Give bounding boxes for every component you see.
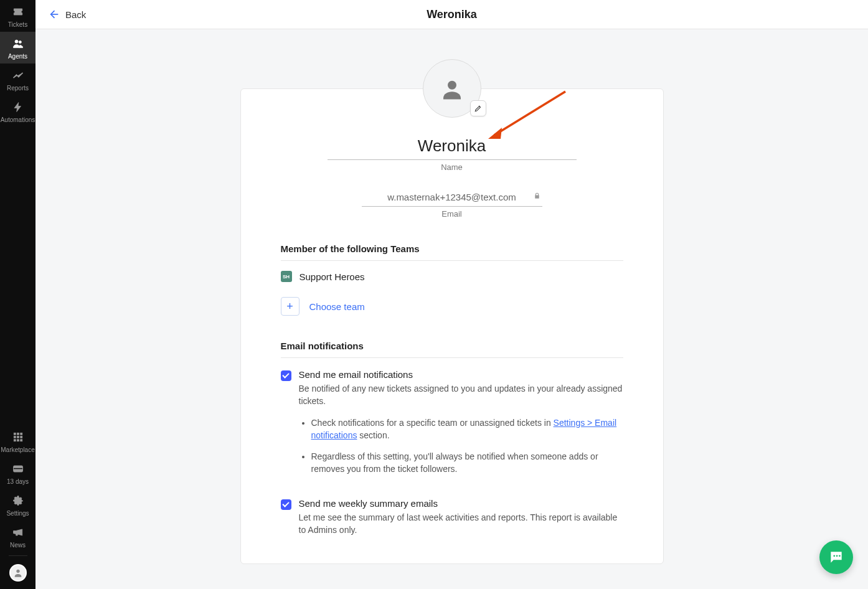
reports-icon: [11, 68, 25, 82]
checkbox-email-notifications[interactable]: [281, 370, 291, 381]
sidebar-label: 13 days: [7, 478, 29, 485]
main-column: Back Weronika: [35, 0, 868, 589]
teams-section: Member of the following Teams SH Support…: [281, 243, 623, 316]
notifications-section: Email notifications Send me email notifi…: [281, 341, 623, 539]
profile-card: Name w.masternak+12345@text.com Email Me…: [240, 88, 664, 564]
sidebar-label: Marketplace: [1, 446, 34, 453]
add-team-button[interactable]: +: [281, 297, 300, 316]
svg-rect-2: [14, 433, 16, 435]
svg-rect-3: [17, 433, 19, 435]
bullet-text: section.: [357, 430, 389, 440]
notification-item: Send me weekly summary emails Let me see…: [281, 487, 623, 539]
notification-desc: Let me see the summary of last week acti…: [299, 511, 623, 537]
chat-fab-button[interactable]: [819, 540, 853, 574]
sidebar-item-news[interactable]: News: [0, 521, 35, 552]
svg-point-20: [839, 555, 841, 557]
sidebar-top: Tickets Agents Reports Automations: [0, 0, 35, 127]
grid-icon: [11, 430, 25, 444]
sidebar-label: Reports: [7, 85, 29, 92]
sidebar-item-agents[interactable]: Agents: [0, 32, 35, 64]
agents-icon: [11, 37, 25, 50]
sidebar-item-automations[interactable]: Automations: [0, 95, 35, 127]
sidebar-label: News: [10, 542, 26, 549]
avatar-edit-button[interactable]: [470, 100, 486, 116]
avatar-wrap: [423, 59, 481, 118]
sidebar-item-marketplace[interactable]: Marketplace: [0, 425, 35, 457]
email-value: w.masternak+12345@text.com: [387, 192, 516, 202]
content-scroll[interactable]: Name w.masternak+12345@text.com Email Me…: [35, 29, 868, 589]
svg-rect-10: [20, 440, 22, 441]
page-title: Weronika: [427, 8, 477, 21]
notification-title: Send me email notifications: [299, 369, 623, 380]
svg-point-15: [448, 81, 456, 90]
choose-team-link[interactable]: Choose team: [309, 301, 365, 312]
name-input[interactable]: [328, 134, 577, 160]
sidebar-label: Agents: [8, 53, 27, 60]
notification-bullets: Check notifications for a specific team …: [299, 417, 623, 476]
sidebar-profile-avatar[interactable]: [9, 564, 27, 582]
sidebar-item-settings[interactable]: Settings: [0, 489, 35, 521]
notification-body: Send me email notifications Be notified …: [299, 369, 623, 484]
sidebar-label: Tickets: [8, 21, 27, 28]
bolt-icon: [11, 100, 25, 114]
notification-desc: Be notified of any new tickets assigned …: [299, 382, 623, 408]
notification-bullet: Regardless of this setting, you'll alway…: [311, 450, 623, 476]
notification-title: Send me weekly summary emails: [299, 498, 623, 509]
notification-item: Send me email notifications Be notified …: [281, 358, 623, 487]
sidebar-label: Settings: [6, 510, 29, 517]
team-name: Support Heroes: [300, 271, 365, 282]
team-row: SH Support Heroes: [281, 261, 623, 288]
sidebar-item-tickets[interactable]: Tickets: [0, 0, 35, 32]
svg-rect-4: [20, 433, 22, 435]
back-arrow-icon: [47, 8, 59, 21]
ticket-icon: [11, 5, 25, 19]
lock-icon: [533, 192, 541, 202]
card-icon: [11, 462, 25, 476]
checkbox-weekly-summary[interactable]: [281, 499, 291, 510]
sidebar-bottom: Marketplace 13 days Settings News: [0, 425, 35, 589]
svg-point-1: [19, 41, 21, 44]
notification-body: Send me weekly summary emails Let me see…: [299, 498, 623, 537]
svg-point-13: [16, 570, 19, 573]
svg-rect-6: [17, 436, 19, 438]
profile-area: Name w.masternak+12345@text.com Email Me…: [240, 29, 664, 564]
svg-rect-8: [14, 440, 16, 441]
email-field-wrap: w.masternak+12345@text.com: [362, 191, 542, 207]
sidebar-item-reports[interactable]: Reports: [0, 64, 35, 95]
name-field-wrap: [328, 134, 577, 160]
svg-point-18: [833, 555, 835, 557]
svg-point-0: [15, 40, 18, 43]
email-caption: Email: [281, 209, 623, 219]
svg-rect-5: [14, 436, 16, 438]
bullet-text: Regardless of this setting, you'll alway…: [311, 451, 598, 474]
gear-icon: [11, 494, 25, 507]
name-caption: Name: [281, 163, 623, 172]
choose-team-row: + Choose team: [281, 288, 623, 316]
notifications-section-title: Email notifications: [281, 341, 623, 358]
back-label: Back: [65, 9, 86, 20]
notification-bullet: Check notifications for a specific team …: [311, 417, 623, 442]
svg-rect-9: [17, 440, 19, 441]
svg-rect-7: [20, 436, 22, 438]
sidebar-label: Automations: [1, 116, 35, 123]
bullet-text: Check notifications for a specific team …: [311, 418, 554, 428]
svg-point-19: [836, 555, 838, 557]
team-badge: SH: [281, 271, 292, 282]
svg-rect-12: [13, 468, 22, 469]
sidebar-nav: Tickets Agents Reports Automations: [0, 0, 35, 589]
app-root: Tickets Agents Reports Automations: [0, 0, 868, 589]
megaphone-icon: [11, 525, 25, 539]
sidebar-separator: [9, 555, 27, 556]
sidebar-item-trial[interactable]: 13 days: [0, 457, 35, 489]
teams-section-title: Member of the following Teams: [281, 243, 623, 261]
back-button[interactable]: Back: [47, 8, 86, 21]
page-header: Back Weronika: [35, 0, 868, 29]
